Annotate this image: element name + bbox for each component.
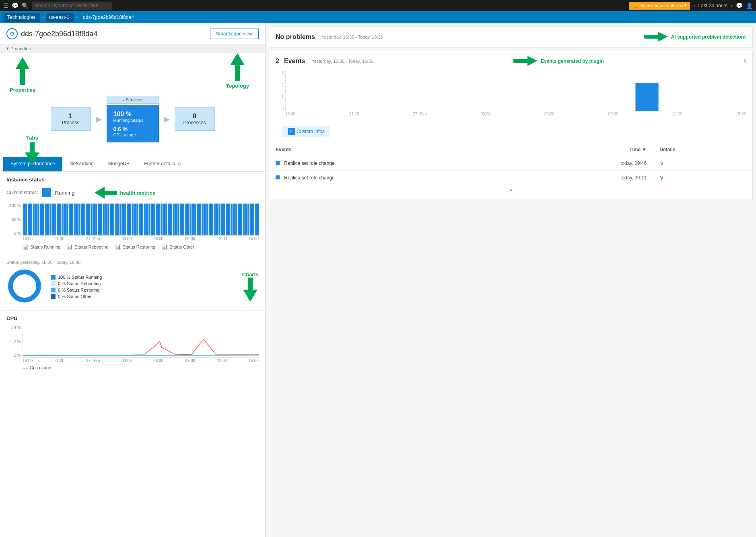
no-problems-card: No problems Yesterday, 16:36 - Today, 16… (269, 27, 753, 47)
entity-header: ⚙ dds-7goe2b96d18f8da4 Smartscape view (0, 23, 265, 44)
svg-marker-9 (644, 32, 668, 42)
svg-marker-1 (230, 53, 245, 81)
custom-infos-button[interactable]: 2 Custom infos (282, 126, 330, 137)
processes-node[interactable]: 0 Processes (175, 107, 215, 131)
legend-other: 📊 Status Other (162, 244, 194, 250)
tab-further-details[interactable]: Further details ⧉ (137, 157, 188, 171)
svg-rect-5 (23, 204, 259, 236)
event-dot-1 (276, 161, 280, 165)
breadcrumb-region[interactable]: us-east-1 (46, 13, 74, 22)
status-color-box (42, 188, 51, 197)
events-card: 2 Events Yesterday, 16:36 - Today, 16:36… (269, 51, 753, 199)
cpu-chart-svg (23, 325, 259, 358)
time-range-display: Last 24 hours (698, 3, 728, 8)
legend-restoring: 📊 Status Restoring (115, 244, 155, 250)
external-link-icon: ⧉ (178, 161, 181, 166)
instance-status-section: Instance status Current status: Running … (0, 172, 265, 255)
services-container: - Services 100 % Running Status 0.6 % CP… (107, 96, 159, 142)
pie-chart (6, 268, 43, 305)
cpu-section: CPU 2.4 % 1.2 % 0 % 18:00 21:00 (0, 311, 265, 376)
event-row-2: Replica set role change today, 09:11 ∨ (269, 171, 752, 185)
breadcrumb: Technologies › us-east-1 › dds-7goe2b96d… (0, 11, 756, 23)
col-details: Details (653, 144, 752, 156)
events-chart: 3 2 1 0 18:00 21:00 27. Sep (269, 71, 752, 119)
top-navigation: ☰ 💬 🔍 🏆 Achievement unlocked! ‹ Last 24 … (0, 0, 756, 11)
events-bar-chart-svg (286, 71, 746, 111)
svg-marker-0 (15, 57, 30, 85)
left-panel: ⚙ dds-7goe2b96d18f8da4 Smartscape view ▾… (0, 23, 266, 537)
expand-event-1[interactable]: ∨ (659, 160, 664, 167)
status-bar-chart-svg (23, 204, 259, 236)
breadcrumb-entity[interactable]: dds-7goe2b96d18f8da4 (80, 13, 139, 22)
entity-icon: ⚙ (6, 28, 18, 39)
collapse-events-button[interactable]: ^ (269, 185, 752, 199)
svg-marker-2 (25, 142, 39, 165)
topology-arrow-annotation: Topology (226, 53, 249, 89)
pie-legend: 100 % Status Running 0 % Status Rebootin… (51, 275, 234, 299)
topology-nodes: 1 Process ▶ - Services 100 % Running Sta… (6, 60, 259, 149)
entity-title-text: dds-7goe2b96d18f8da4 (21, 30, 97, 38)
tab-mongodb[interactable]: MongoDB (101, 157, 137, 171)
search-input[interactable] (32, 2, 112, 10)
user-icon[interactable]: 👤 (746, 2, 753, 9)
cpu-legend-label: Cpu usage (30, 365, 51, 370)
events-plugin-annotation: Events generated by plugin (513, 56, 604, 66)
ai-annotation-block: AI supported problem detection (644, 32, 744, 42)
breadcrumb-technologies[interactable]: Technologies (4, 13, 40, 22)
status-history-title: Status yesterday, 16:36 - today, 16:36 (6, 260, 259, 265)
current-status-label: Current status: (6, 190, 38, 195)
status-chart: 100 % 50 % 0 % (6, 204, 259, 241)
prev-arrow[interactable]: ‹ (693, 2, 695, 9)
process-node[interactable]: 1 Process (51, 107, 91, 131)
achievement-button[interactable]: 🏆 Achievement unlocked! (629, 2, 690, 10)
tab-networking[interactable]: Networking (62, 157, 101, 171)
expand-icon: ▾ (6, 46, 9, 51)
trophy-icon: 🏆 (633, 3, 639, 8)
properties-arrow-annotation: Properties (10, 57, 35, 93)
properties-header[interactable]: ▾ Properties (0, 44, 265, 53)
svg-marker-3 (95, 187, 117, 199)
tabs-wrapper: Tabs System performance Networking Mongo… (0, 157, 265, 172)
events-plugin-text: Events generated by plugin (541, 58, 604, 64)
svg-marker-8 (243, 278, 257, 302)
right-panel: No problems Yesterday, 16:36 - Today, 16… (266, 23, 756, 537)
events-count: 2 (276, 58, 279, 65)
chat-icon[interactable]: 💬 (12, 2, 19, 9)
next-arrow[interactable]: › (731, 2, 733, 9)
hamburger-icon[interactable]: ☰ (3, 2, 8, 9)
legend-rebooting: 📊 Status Rebooting (67, 244, 108, 250)
smartscape-view-button[interactable]: Smartscape view (210, 29, 259, 39)
event-dot-2 (276, 175, 280, 179)
legend-running: 📊 Status Running (23, 244, 60, 250)
instance-status-title: Instance status (6, 177, 259, 183)
no-problems-title: No problems (276, 33, 315, 41)
col-events: Events (269, 144, 518, 156)
events-time-range: Yesterday, 16:36 - Today, 16:36 (311, 59, 373, 64)
events-header: 2 Events Yesterday, 16:36 - Today, 16:36… (269, 51, 752, 71)
col-time: Time ▼ (518, 144, 653, 156)
event-row-1: Replica set role change today, 09:46 ∨ (269, 156, 752, 171)
tabs-arrow-annotation: Tabs (24, 135, 40, 165)
ai-annotation-text: AI supported problem detection (671, 34, 744, 40)
events-table: Events Time ▼ Details Replica set role c… (269, 144, 752, 185)
search-icon[interactable]: 🔍 (22, 2, 29, 9)
chat-bubble-icon[interactable]: 💬 (736, 2, 743, 9)
svg-rect-11 (635, 83, 658, 111)
no-problems-time-range: Yesterday, 16:36 - Today, 16:36 (321, 35, 383, 39)
svg-marker-10 (513, 56, 538, 66)
expand-event-2[interactable]: ∨ (659, 174, 664, 181)
info-icon[interactable]: ℹ (744, 34, 746, 40)
events-info-icon[interactable]: ℹ (744, 58, 746, 64)
svg-point-7 (16, 278, 33, 294)
arrow-right-2: ▶ (164, 114, 170, 124)
arrow-right-1: ▶ (96, 114, 102, 124)
main-service-node[interactable]: 100 % Running Status 0.6 % CPU usage (107, 105, 159, 142)
status-history-section: Status yesterday, 16:36 - today, 16:36 1… (0, 255, 265, 311)
events-label: Events (284, 58, 305, 65)
health-metrics-annotation: health metrics (95, 187, 155, 199)
status-value-text: Running (55, 190, 74, 196)
charts-annotation: Charts (242, 272, 259, 302)
cpu-title: CPU (6, 315, 259, 321)
